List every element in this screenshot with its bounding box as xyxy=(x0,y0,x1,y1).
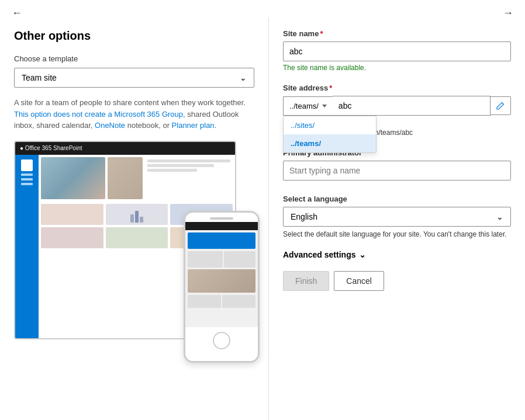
site-name-section: Site name* The site name is available. xyxy=(283,29,511,72)
template-dropdown[interactable]: Team site ⌄ xyxy=(14,68,254,88)
chevron-down-icon xyxy=(322,105,327,107)
sidebar-item-1 xyxy=(21,173,33,176)
site-name-label: Site name* xyxy=(283,29,511,38)
language-value: English xyxy=(291,212,317,221)
page-title: Other options xyxy=(14,29,254,43)
language-label: Select a language xyxy=(283,195,511,203)
desc-link[interactable]: This option does not create a Microsoft … xyxy=(14,110,185,119)
mobile-speaker xyxy=(210,217,233,220)
desc-link2[interactable]: OneNote xyxy=(95,121,125,130)
right-panel: Site name* The site name is available. S… xyxy=(269,18,525,420)
mobile-home-button xyxy=(213,332,230,349)
advanced-label: Advanced settings xyxy=(283,250,355,259)
forward-button[interactable]: → xyxy=(498,5,518,22)
site-address-label: Site address* xyxy=(283,84,511,92)
preview-sidebar xyxy=(15,155,39,338)
finish-button[interactable]: Finish xyxy=(283,271,329,291)
mobile-screen xyxy=(185,222,258,327)
mobile-blue-block xyxy=(188,232,255,249)
site-address-section: Site address* ../teams/ ../sites/ ../tea… xyxy=(283,84,511,137)
buttons-row: Finish Cancel xyxy=(283,271,511,291)
address-dropdown-overlay: ../sites/ ../teams/ xyxy=(283,116,377,153)
mobile-card-1 xyxy=(188,251,223,268)
chevron-down-icon-lang: ⌄ xyxy=(496,212,503,221)
back-button[interactable]: ← xyxy=(7,5,27,22)
mobile-image xyxy=(188,269,255,293)
edit-icon[interactable] xyxy=(491,96,511,115)
primary-admin-input[interactable] xyxy=(283,161,511,181)
chevron-down-icon: ⌄ xyxy=(240,73,247,82)
template-description: A site for a team of people to share con… xyxy=(14,97,254,131)
sidebar-item-2 xyxy=(21,178,33,181)
cancel-button[interactable]: Cancel xyxy=(334,271,384,291)
dropdown-item-teams[interactable]: ../teams/ xyxy=(284,134,376,152)
address-value-input[interactable] xyxy=(333,96,491,116)
mobile-card-row-1 xyxy=(188,251,255,268)
desc-link3[interactable]: Planner plan. xyxy=(172,121,217,130)
template-value: Team site xyxy=(22,73,57,82)
mobile-card-3 xyxy=(188,295,221,308)
mobile-header xyxy=(185,222,258,230)
titlebar: ● Office 365 SharePoint xyxy=(15,142,235,155)
primary-admin-section: Primary administrator* xyxy=(283,148,511,183)
chevron-down-icon-adv: ⌄ xyxy=(359,250,366,259)
advanced-settings[interactable]: Advanced settings ⌄ xyxy=(283,250,511,259)
sidebar-icon-1 xyxy=(21,159,33,171)
mobile-card-4 xyxy=(222,295,255,308)
address-prefix-wrapper: ../teams/ ../sites/ ../teams/ xyxy=(283,96,333,116)
mobile-card-row-2 xyxy=(188,295,255,308)
language-section: Select a language English ⌄ Select the d… xyxy=(283,195,511,238)
mobile-preview xyxy=(184,211,260,363)
site-name-available: The site name is available. xyxy=(283,64,511,72)
language-hint: Select the default site language for you… xyxy=(283,230,511,238)
template-label: Choose a template xyxy=(14,54,254,63)
mobile-content xyxy=(185,230,258,312)
sidebar-item-3 xyxy=(21,183,33,185)
preview-container: ● Office 365 SharePoint xyxy=(14,141,260,363)
left-panel: Other options Choose a template Team sit… xyxy=(0,18,269,420)
address-prefix-value: ../teams/ xyxy=(289,102,319,110)
language-dropdown[interactable]: English ⌄ xyxy=(283,207,511,227)
desc-text: A site for a team of people to share con… xyxy=(14,98,246,130)
address-prefix-dropdown[interactable]: ../teams/ xyxy=(283,96,333,116)
mobile-card-2 xyxy=(224,251,255,268)
site-name-input[interactable] xyxy=(283,41,511,61)
titlebar-logo: ● Office 365 SharePoint xyxy=(20,145,82,151)
address-row: ../teams/ ../sites/ ../teams/ xyxy=(283,96,511,116)
dropdown-item-sites[interactable]: ../sites/ xyxy=(284,116,376,134)
